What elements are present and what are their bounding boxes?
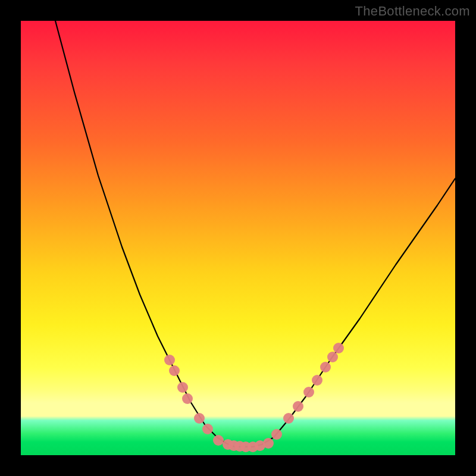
marker-layer [164, 343, 344, 452]
curve-layer [55, 21, 455, 447]
marker-dot [255, 440, 265, 451]
marker-dot [303, 387, 314, 397]
marker-dot [312, 375, 322, 386]
marker-dot [263, 438, 274, 449]
marker-dot [202, 424, 213, 434]
marker-dot [271, 429, 282, 440]
marker-dot [293, 401, 303, 412]
watermark-text: TheBottleneck.com [355, 4, 470, 19]
marker-dot [240, 441, 251, 452]
marker-dot [213, 435, 224, 446]
marker-dot [320, 362, 331, 372]
marker-dot [333, 343, 344, 353]
marker-dot [283, 413, 294, 424]
plot-area [21, 21, 455, 455]
curve-path [55, 21, 455, 447]
marker-dot [223, 439, 233, 450]
marker-dot [177, 382, 188, 393]
outer-frame: TheBottleneck.com [0, 0, 476, 476]
marker-dot [194, 413, 205, 424]
marker-dot [228, 440, 239, 451]
marker-dot [248, 441, 258, 452]
curve-svg [21, 21, 455, 455]
marker-dot [327, 352, 338, 362]
marker-dot [164, 355, 175, 365]
marker-dot [234, 441, 245, 452]
marker-dot [169, 365, 180, 376]
marker-dot [182, 393, 193, 404]
